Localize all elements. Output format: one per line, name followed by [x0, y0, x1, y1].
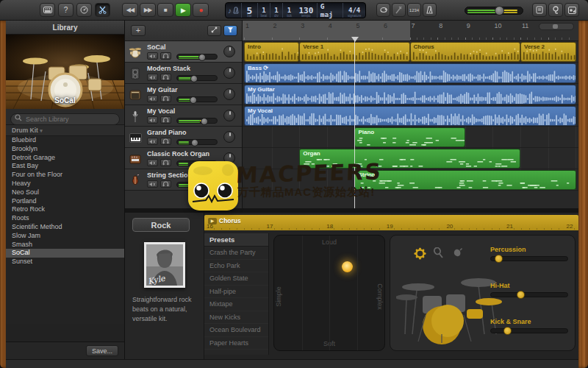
track-header[interactable]: My Vocal [125, 105, 242, 127]
volume-thumb[interactable] [198, 54, 206, 61]
preset-item[interactable]: Crash the Party [204, 247, 268, 260]
timeline-ruler[interactable]: 1234567891011 [243, 21, 578, 41]
library-item[interactable]: Neo Soul [6, 188, 124, 197]
shaker-icon[interactable] [433, 247, 446, 261]
track-header[interactable]: My Guitar [125, 84, 242, 105]
mute-button[interactable] [147, 74, 158, 81]
solo-button[interactable] [160, 74, 171, 81]
lcd-tick[interactable]: 1tick [283, 3, 295, 18]
preset-item[interactable]: Half-pipe [204, 286, 268, 299]
region-intro[interactable]: Intro [244, 42, 299, 62]
region-my-vocal[interactable]: My Vocal [244, 106, 576, 126]
drummer-avatar[interactable]: Kyle [144, 242, 185, 288]
slider-knob[interactable] [503, 327, 512, 335]
pan-knob[interactable] [223, 131, 235, 143]
library-item[interactable]: Scientific Method [6, 223, 124, 232]
library-item[interactable]: Brooklyn [6, 145, 124, 154]
volume-thumb[interactable] [190, 96, 197, 104]
volume-thumb[interactable] [201, 118, 208, 125]
library-item[interactable]: Four on the Floor [6, 171, 124, 180]
xy-pad-puck[interactable] [342, 261, 353, 272]
track-volume-slider[interactable] [176, 96, 218, 102]
lcd-display[interactable]: ♪ 5bar1beat1div1tick 130 tempo G maj key… [225, 2, 366, 18]
editors-button[interactable] [95, 3, 110, 17]
solo-button[interactable] [160, 52, 171, 60]
library-item[interactable]: Roots [6, 214, 124, 223]
preset-item[interactable]: Paper Hearts [204, 337, 268, 350]
tuner-button[interactable] [76, 3, 92, 17]
lcd-mode-icons[interactable]: ♪ [226, 3, 242, 18]
region-strings[interactable]: Strings [354, 170, 576, 190]
zoom-slider[interactable] [539, 23, 574, 30]
lcd-tempo[interactable]: 130 tempo [295, 3, 318, 18]
preset-item[interactable]: Echo Park [204, 260, 268, 273]
automation-button[interactable] [207, 25, 221, 36]
volume-thumb[interactable] [191, 139, 198, 146]
lcd-key[interactable]: G maj key [318, 3, 344, 18]
track-header[interactable]: SoCal [125, 41, 242, 63]
pan-knob[interactable] [223, 110, 235, 121]
mute-button[interactable] [147, 95, 158, 102]
media-browser-button[interactable] [564, 3, 579, 17]
record-button[interactable]: ● [193, 3, 209, 17]
editor-ruler[interactable]: ▶ Chorus 16171819202122 [204, 215, 578, 230]
solo-button[interactable] [160, 138, 171, 145]
pan-knob[interactable] [223, 88, 235, 100]
hi-hat-slider[interactable] [490, 292, 568, 297]
solo-button[interactable] [160, 95, 171, 102]
library-item[interactable]: Retro Rock [6, 205, 124, 214]
lcd-bar[interactable]: 5bar [242, 3, 258, 18]
tambourine-icon[interactable] [414, 247, 427, 261]
library-item[interactable]: Portland [6, 197, 124, 206]
lcd-div[interactable]: 1div [270, 3, 283, 18]
master-volume-slider[interactable] [465, 7, 523, 15]
master-volume-thumb[interactable] [495, 6, 504, 15]
handclap-icon[interactable] [452, 247, 465, 261]
track-volume-slider[interactable] [176, 54, 218, 60]
tuning-button[interactable] [392, 3, 406, 17]
track-header[interactable]: Modern Stack [125, 63, 242, 84]
cycle-button[interactable] [376, 3, 390, 17]
solo-button[interactable] [160, 159, 171, 166]
region-bass[interactable]: Bass ⟳ [244, 63, 576, 83]
drum-kit-graphic[interactable] [396, 261, 506, 345]
loop-browser-button[interactable] [548, 3, 563, 17]
lcd-beat[interactable]: 1beat [258, 3, 270, 18]
track-volume-slider[interactable] [176, 139, 218, 145]
lcd-signature[interactable]: 4/4 signature [343, 3, 365, 18]
volume-thumb[interactable] [190, 75, 198, 82]
save-button[interactable]: Save... [86, 345, 118, 356]
forward-button[interactable]: ▶▶ [140, 3, 156, 17]
library-item[interactable]: Slow Jam [6, 232, 124, 241]
playhead-handle[interactable] [351, 37, 359, 42]
genre-button[interactable]: Rock [132, 218, 190, 232]
mute-button[interactable] [147, 180, 158, 188]
stop-button[interactable]: ■ [157, 3, 173, 17]
add-track-button[interactable]: + [131, 25, 146, 36]
library-item[interactable]: Heavy [6, 180, 124, 188]
library-item[interactable]: SoCal [6, 249, 124, 258]
solo-button[interactable] [160, 180, 171, 188]
track-volume-slider[interactable] [176, 75, 218, 81]
region-verse-2[interactable]: Verse 2 [520, 42, 576, 62]
preset-item[interactable]: Mixtape [204, 298, 268, 311]
library-item[interactable]: East Bay [6, 162, 124, 171]
library-item[interactable]: Sunset [6, 258, 124, 266]
region-my-guitar[interactable]: My Guitar [244, 85, 576, 105]
xy-pad[interactable]: Loud Soft Simple Complex [273, 235, 385, 351]
mute-button[interactable] [147, 159, 158, 166]
count-in-button[interactable]: 1234 [407, 3, 421, 17]
track-filter-button[interactable] [223, 25, 237, 36]
track-header[interactable]: Grand Piano [125, 127, 242, 148]
preset-item[interactable]: New Kicks [204, 311, 268, 325]
pan-knob[interactable] [223, 46, 235, 57]
library-toggle-button[interactable] [40, 3, 55, 17]
slider-knob[interactable] [517, 291, 525, 299]
mute-button[interactable] [147, 116, 158, 124]
metronome-button[interactable] [423, 3, 437, 17]
region-piano[interactable]: Piano [354, 127, 465, 147]
quick-help-button[interactable]: ? [58, 3, 74, 17]
kick-snare-slider[interactable] [490, 328, 568, 333]
lcd-position[interactable]: 5bar1beat1div1tick [242, 3, 295, 18]
mute-button[interactable] [147, 52, 158, 60]
